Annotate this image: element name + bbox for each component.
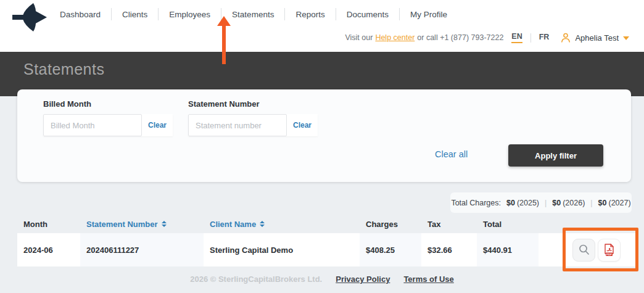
lang-divider — [530, 33, 531, 43]
statement-number-clear-button[interactable]: Clear — [287, 114, 318, 136]
nav-dashboard[interactable]: Dashboard — [49, 10, 111, 19]
billed-month-input[interactable] — [43, 114, 142, 136]
footer: 2026 © SterlingCapitalBrokers Ltd. Priva… — [0, 274, 644, 284]
call-text: or call +1 (877) 793-7222 — [417, 33, 503, 42]
user-name: Aphelia Test — [575, 33, 619, 43]
nav-row: Dashboard Clients Employees Statements R… — [0, 0, 644, 28]
svg-text:PDF: PDF — [606, 252, 612, 255]
totals-divider: | — [545, 199, 547, 207]
chevron-down-icon — [623, 36, 629, 40]
lang-toggle-fr[interactable]: FR — [539, 33, 550, 43]
billed-month-clear-button[interactable]: Clear — [142, 114, 173, 136]
cell-total: $440.91 — [477, 233, 539, 266]
help-text: Visit our Help center or call +1 (877) 7… — [345, 33, 503, 42]
nav-employees[interactable]: Employees — [159, 10, 221, 19]
visit-our-text: Visit our — [345, 33, 373, 42]
cell-charges: $408.25 — [360, 233, 421, 266]
billed-month-input-group: Clear — [43, 114, 173, 136]
total-2027: $0(2027) — [598, 199, 631, 207]
total-2026: $0(2026) — [552, 199, 585, 207]
nav-reports[interactable]: Reports — [285, 10, 335, 19]
cell-month: 2024-06 — [17, 233, 80, 266]
page-title: Statements — [23, 60, 104, 78]
total-charges-summary: Total Charges: $0(2025) | $0(2026) | $0(… — [450, 192, 632, 213]
nav-my-profile[interactable]: My Profile — [400, 10, 458, 19]
col-month: Month — [17, 220, 80, 229]
col-statement-number[interactable]: Statement Number — [80, 220, 204, 229]
privacy-policy-link[interactable]: Privacy Policy — [336, 274, 390, 284]
statements-page: Dashboard Clients Employees Statements R… — [0, 0, 644, 293]
clear-all-link[interactable]: Clear all — [435, 149, 468, 159]
apply-filter-button[interactable]: Apply filter — [508, 144, 603, 167]
statement-number-label: Statement Number — [188, 99, 318, 109]
lang-toggle-en[interactable]: EN — [511, 32, 522, 43]
totals-divider: | — [590, 199, 592, 207]
billed-month-label: Billed Month — [43, 99, 173, 109]
filter-card: Billed Month Clear Statement Number Clea… — [17, 89, 631, 182]
view-statement-button[interactable] — [572, 239, 595, 262]
statement-number-input-group: Clear — [188, 114, 318, 136]
search-icon — [578, 244, 590, 256]
help-center-link[interactable]: Help center — [375, 33, 415, 42]
table-header: Month Statement Number Client Name Charg… — [17, 215, 638, 233]
sort-icon — [162, 221, 167, 227]
main-nav: Dashboard Clients Employees Statements R… — [49, 0, 458, 28]
cell-tax: $32.66 — [421, 233, 477, 266]
col-client-name[interactable]: Client Name — [204, 220, 360, 229]
nav-clients[interactable]: Clients — [112, 10, 158, 19]
cell-statement-number: 202406111227 — [80, 233, 204, 266]
brand-logo[interactable] — [12, 3, 47, 31]
user-menu[interactable]: Aphelia Test — [561, 33, 629, 43]
copyright-text: 2026 © SterlingCapitalBrokers Ltd. — [190, 274, 322, 284]
pdf-file-icon: PDF — [603, 244, 615, 257]
topbar: Dashboard Clients Employees Statements R… — [0, 0, 644, 52]
col-total: Total — [477, 220, 539, 229]
billed-month-field: Billed Month Clear — [43, 99, 173, 136]
col-tax: Tax — [421, 220, 477, 229]
user-icon — [561, 33, 571, 43]
cell-actions: PDF — [539, 233, 638, 266]
table-row: 2024-06 202406111227 Sterling Capital De… — [17, 233, 638, 266]
brand-logo-icon — [12, 3, 47, 31]
nav-documents[interactable]: Documents — [336, 10, 399, 19]
total-charges-label: Total Charges: — [451, 199, 501, 207]
nav-statements[interactable]: Statements — [221, 10, 284, 19]
col-charges: Charges — [360, 220, 421, 229]
terms-of-use-link[interactable]: Terms of Use — [403, 274, 453, 284]
cell-client-name: Sterling Capital Demo — [204, 233, 360, 266]
help-bar: Visit our Help center or call +1 (877) 7… — [345, 28, 629, 47]
statement-number-field: Statement Number Clear — [188, 99, 318, 136]
download-pdf-button[interactable]: PDF — [598, 239, 621, 262]
total-2025: $0(2025) — [506, 199, 539, 207]
sort-icon — [260, 221, 265, 227]
statement-number-input[interactable] — [188, 114, 287, 136]
